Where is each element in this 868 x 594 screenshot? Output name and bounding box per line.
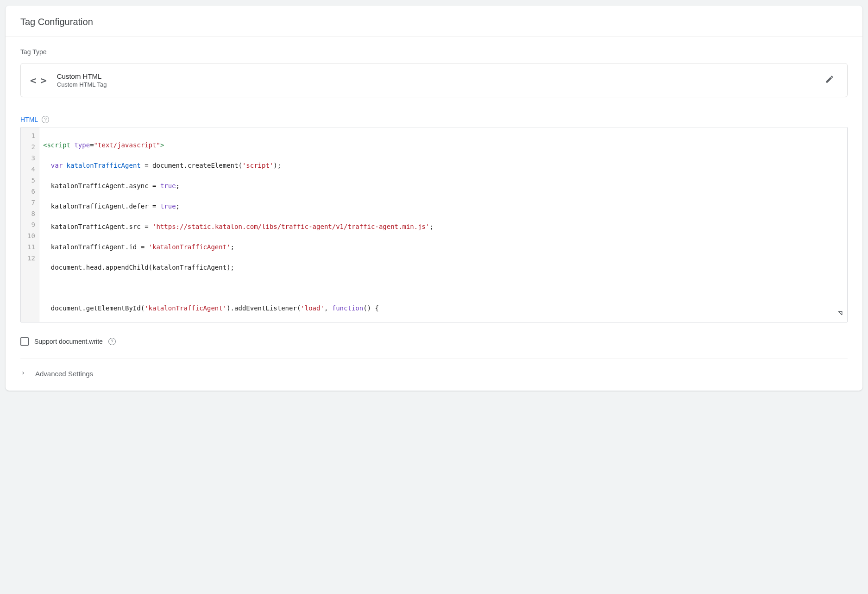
code-icon: < > bbox=[30, 75, 46, 86]
page-title: Tag Configuration bbox=[20, 17, 848, 27]
tag-configuration-card: Tag Configuration Tag Type < > Custom HT… bbox=[6, 6, 862, 391]
editor-label-row: HTML ? bbox=[20, 116, 848, 123]
card-header: Tag Configuration bbox=[6, 6, 862, 37]
tag-type-text: Custom HTML Custom HTML Tag bbox=[57, 72, 810, 88]
code-area[interactable]: <script type="text/javascript"> var kata… bbox=[39, 127, 847, 322]
advanced-settings-label: Advanced Settings bbox=[35, 370, 93, 378]
card-body: Tag Type < > Custom HTML Custom HTML Tag… bbox=[6, 37, 862, 391]
support-document-write-row: Support document.write ? bbox=[20, 337, 848, 359]
document-write-label: Support document.write bbox=[34, 338, 103, 345]
advanced-settings-toggle[interactable]: Advanced Settings bbox=[20, 359, 848, 391]
html-editor[interactable]: 123456789101112 <script type="text/javas… bbox=[20, 127, 848, 322]
help-icon[interactable]: ? bbox=[42, 116, 49, 123]
resize-handle-icon[interactable] bbox=[836, 309, 844, 319]
html-label: HTML bbox=[20, 116, 38, 123]
tag-type-label: Tag Type bbox=[20, 48, 848, 56]
document-write-checkbox[interactable] bbox=[20, 337, 29, 346]
tag-type-subtitle: Custom HTML Tag bbox=[57, 81, 810, 88]
help-icon[interactable]: ? bbox=[108, 338, 116, 345]
tag-type-title: Custom HTML bbox=[57, 72, 810, 80]
chevron-right-icon bbox=[20, 369, 26, 378]
tag-type-selector[interactable]: < > Custom HTML Custom HTML Tag bbox=[20, 63, 848, 97]
line-number-gutter: 123456789101112 bbox=[21, 127, 39, 322]
pencil-icon bbox=[825, 75, 834, 84]
edit-button[interactable] bbox=[821, 71, 838, 89]
